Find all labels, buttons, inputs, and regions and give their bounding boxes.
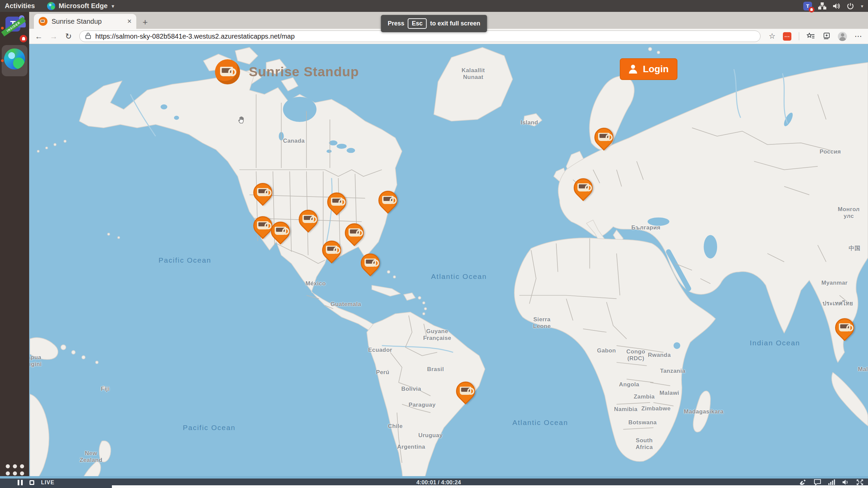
chat-icon[interactable]: [814, 479, 821, 486]
new-tab-button[interactable]: +: [138, 15, 152, 29]
network-icon[interactable]: [818, 2, 826, 10]
coffee-cup-icon: [326, 246, 337, 254]
activities-button[interactable]: Activities: [5, 2, 35, 10]
edge-icon: [47, 2, 55, 10]
toast-press: Press: [388, 20, 404, 27]
pause-icon[interactable]: [18, 480, 23, 485]
app-menu-label: Microsoft Edge: [59, 2, 107, 10]
exit-fullscreen-icon[interactable]: [856, 479, 863, 485]
url-text[interactable]: https://salmon-sky-082b5841e-3.westus2.a…: [95, 33, 295, 40]
address-bar[interactable]: https://salmon-sky-082b5841e-3.westus2.a…: [79, 30, 761, 42]
dock: T INSIDER: [0, 12, 29, 488]
caret-down-icon: ▾: [112, 3, 114, 9]
reload-icon[interactable]: ↻: [61, 32, 76, 41]
profile-avatar[interactable]: [838, 32, 847, 41]
coffee-cup-icon: [275, 227, 286, 235]
browser-tab[interactable]: Sunrise Standup ×: [34, 14, 136, 29]
browser-window: Sunrise Standup × + ← → ↻ https://salmon…: [0, 12, 868, 488]
live-badge: LIVE: [41, 480, 55, 486]
coffee-cup-icon: [364, 259, 376, 267]
coffee-cup-icon: [349, 228, 360, 237]
collections-icon[interactable]: [822, 33, 830, 40]
coffee-cup-icon: [598, 133, 610, 141]
person-icon: [629, 65, 637, 74]
fullscreen-toast: Press Esc to exit full screen: [381, 15, 487, 32]
app-menu-button[interactable]: Microsoft Edge ▾: [47, 2, 114, 10]
running-indicator: [1, 59, 4, 62]
toolbar-divider: [799, 32, 799, 40]
toast-rest: to exit full screen: [430, 20, 480, 27]
playback-time: 4:00:01 / 4:00:24: [416, 479, 461, 486]
site-logo[interactable]: Sunrise Standup: [215, 59, 359, 84]
favorites-list-icon[interactable]: [807, 33, 815, 40]
screen: Activities Microsoft Edge ▾ T ▾: [0, 0, 868, 488]
dock-item-edge[interactable]: [0, 44, 29, 77]
desktop-topbar: Activities Microsoft Edge ▾ T ▾: [0, 0, 868, 12]
favorite-add-icon[interactable]: ☆: [769, 32, 775, 41]
page-content: Pacific OceanPacific OceanAtlantic Ocean…: [0, 44, 868, 488]
notification-bell-icon: [20, 35, 27, 42]
coffee-cup-icon: [577, 183, 589, 191]
lock-icon: [85, 32, 91, 40]
tab-title: Sunrise Standup: [52, 18, 123, 25]
coffee-cup-icon: [839, 323, 850, 331]
forward-icon: →: [46, 32, 61, 41]
power-icon[interactable]: [847, 2, 854, 10]
coffee-cup-icon: [257, 188, 269, 196]
quality-bars-icon[interactable]: [828, 479, 835, 485]
coffee-cup-logo-icon: [215, 59, 240, 84]
edge-icon: [4, 48, 25, 69]
login-label: Login: [643, 64, 669, 75]
tray-caret-down-icon[interactable]: ▾: [861, 3, 863, 9]
map-canvas[interactable]: Pacific OceanPacific OceanAtlantic Ocean…: [30, 44, 868, 488]
player-volume-icon[interactable]: [842, 479, 850, 485]
stop-icon[interactable]: [29, 480, 34, 485]
login-button[interactable]: Login: [620, 58, 677, 80]
coffee-cup-icon: [460, 387, 471, 395]
site-favicon-icon: [39, 17, 47, 26]
sign-language-icon[interactable]: [799, 479, 807, 486]
menu-icon[interactable]: ⋯: [854, 32, 862, 41]
player-top-line: [0, 476, 868, 479]
close-tab-icon[interactable]: ×: [127, 17, 132, 26]
extension-icon[interactable]: ⋯: [783, 32, 791, 41]
volume-icon[interactable]: [832, 2, 841, 10]
esc-key: Esc: [408, 18, 427, 29]
hand-cursor: [237, 115, 246, 126]
back-icon[interactable]: ←: [31, 32, 46, 41]
coffee-cup-icon: [331, 198, 342, 206]
coffee-cup-icon: [382, 196, 394, 204]
world-map: [30, 44, 868, 488]
coffee-cup-icon: [302, 215, 314, 223]
teams-tray-icon[interactable]: T: [803, 2, 812, 11]
player-progress-bar[interactable]: [112, 485, 868, 488]
notification-bell-icon: [809, 7, 814, 13]
brand-name: Sunrise Standup: [249, 64, 359, 79]
dock-item-teams[interactable]: T INSIDER: [0, 12, 29, 44]
player-bar: LIVE 4:00:01 / 4:00:24: [0, 479, 868, 488]
coffee-cup-icon: [257, 221, 269, 229]
running-indicator: [1, 27, 4, 29]
